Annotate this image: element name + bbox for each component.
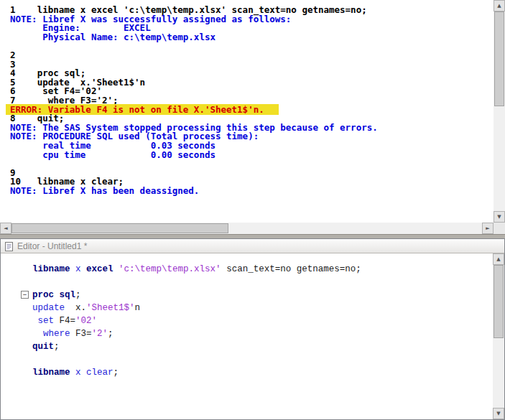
editor-line: set F4='02' — [1, 314, 493, 327]
collapse-toggle-icon[interactable]: − — [21, 291, 29, 299]
scroll-up-arrow-icon[interactable]: ▲ — [494, 0, 505, 11]
editor-token: where — [43, 329, 70, 339]
editor-token — [32, 316, 38, 326]
scrollbar-corner — [494, 223, 505, 234]
editor-vscroll-thumb[interactable] — [494, 265, 504, 338]
editor-token: scan_text=no getnames=no; — [221, 264, 361, 274]
scroll-right-arrow-icon[interactable]: ► — [482, 223, 494, 234]
document-icon — [4, 241, 14, 251]
editor-text-area[interactable]: libname x excel 'c:\temp\temp.xlsx' scan… — [1, 253, 493, 419]
editor-token: '02' — [75, 316, 97, 326]
editor-token: 'Sheet1$' — [86, 303, 135, 313]
log-horizontal-scrollbar[interactable]: ◄ ► — [0, 223, 494, 234]
editor-token — [70, 264, 76, 274]
editor-line: quit; — [1, 340, 493, 353]
editor-window: Editor - Untitled1 * libname x excel 'c:… — [0, 238, 505, 420]
editor-token: F4= — [54, 316, 75, 326]
log-line: NOTE: Libref X has been deassigned. — [10, 187, 494, 196]
log-vertical-scrollbar[interactable]: ▲ ▼ — [494, 0, 505, 223]
scroll-down-arrow-icon[interactable]: ▼ — [493, 408, 504, 419]
editor-token: ; — [113, 368, 119, 378]
editor-title-bar[interactable]: Editor - Untitled1 * — [1, 239, 504, 253]
editor-token: excel — [86, 264, 113, 274]
editor-line: libname x clear; — [1, 366, 493, 379]
scroll-up-arrow-icon[interactable]: ▲ — [493, 253, 504, 265]
log-line: Physical Name: c:\temp\temp.xlsx — [10, 33, 494, 42]
scroll-left-arrow-icon[interactable]: ◄ — [0, 223, 11, 234]
editor-token: libname — [32, 264, 70, 274]
editor-token: x. — [65, 303, 86, 313]
log-hscroll-thumb[interactable] — [11, 223, 228, 233]
editor-token: '2' — [92, 329, 108, 339]
log-window: 1 libname x excel 'c:\temp\temp.xlsx' sc… — [0, 0, 505, 234]
editor-token: clear — [86, 368, 113, 378]
editor-token: libname — [32, 368, 70, 378]
log-text-area[interactable]: 1 libname x excel 'c:\temp\temp.xlsx' sc… — [0, 0, 494, 223]
editor-vertical-scrollbar[interactable]: ▲ ▼ — [493, 253, 504, 419]
editor-token — [70, 368, 76, 378]
log-vscroll-thumb[interactable] — [494, 11, 504, 106]
editor-token: ; — [108, 329, 113, 339]
editor-token — [113, 264, 119, 274]
editor-token: proc sql — [32, 290, 75, 300]
scroll-down-arrow-icon[interactable]: ▼ — [494, 211, 505, 223]
editor-line: update x.'Sheet1$'n — [1, 302, 493, 314]
editor-line: where F3='2'; — [1, 327, 493, 340]
log-line: 2 — [10, 51, 494, 60]
editor-token: ; — [75, 290, 81, 300]
editor-token: x — [75, 264, 81, 274]
editor-line: −proc sql; — [1, 289, 493, 302]
editor-token: update — [32, 303, 65, 313]
editor-token: x — [75, 368, 81, 378]
editor-token: ; — [54, 342, 60, 352]
editor-line — [1, 353, 493, 366]
editor-token — [32, 329, 43, 339]
log-line: cpu time 0.00 seconds — [10, 151, 494, 160]
editor-token — [81, 264, 87, 274]
sas-workspace: 1 libname x excel 'c:\temp\temp.xlsx' sc… — [0, 0, 505, 420]
log-error-line: ERROR: Variable F4 is not on file X.'She… — [10, 106, 494, 115]
editor-line — [1, 276, 493, 289]
editor-line: libname x excel 'c:\temp\temp.xlsx' scan… — [1, 263, 493, 276]
editor-token — [81, 368, 87, 378]
editor-body: libname x excel 'c:\temp\temp.xlsx' scan… — [1, 253, 504, 419]
editor-token: F3= — [70, 329, 92, 339]
editor-token: quit — [32, 342, 54, 352]
editor-token: n — [135, 303, 141, 313]
editor-token: 'c:\temp\temp.xlsx' — [119, 264, 221, 274]
editor-title: Editor - Untitled1 * — [17, 241, 87, 251]
log-line — [10, 42, 494, 51]
editor-token: set — [38, 316, 55, 326]
log-line — [10, 159, 494, 169]
